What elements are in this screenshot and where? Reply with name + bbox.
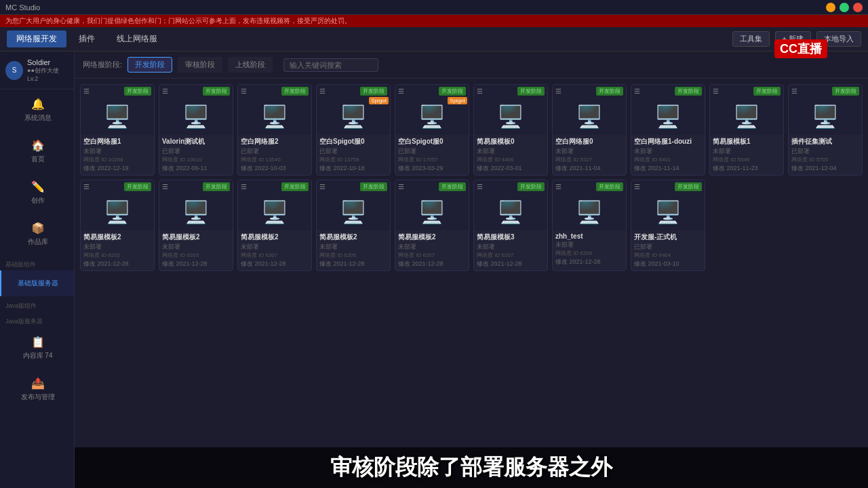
card-header: ☰ 开发阶段	[81, 180, 154, 193]
card-menu-icon: ☰	[634, 87, 640, 95]
card-header: ☰ 开发阶段	[395, 180, 469, 193]
search-input[interactable]	[283, 58, 378, 72]
sidebar-item-notifications[interactable]: 🔔 系统消息	[0, 89, 74, 131]
card-image: 🖥️	[238, 98, 311, 135]
server-card[interactable]: ☰ 开发阶段 🖥️ Spigot 空白Spigot服0 已部署 网络度 ID 1…	[395, 84, 469, 176]
tab-network-dev[interactable]: 网络服开发	[7, 30, 66, 47]
phase-review[interactable]: 审核阶段	[178, 57, 222, 73]
card-status: 已部署	[398, 147, 466, 156]
card-badge: 开发阶段	[517, 182, 545, 191]
card-status: 未部署	[162, 243, 230, 251]
maximize-button[interactable]	[840, 3, 849, 12]
phase-bar: 网络服阶段: 开发阶段 审核阶段 上线阶段	[75, 52, 868, 79]
card-body: 简易服模板2 未部署 网络度 ID 6203 修改 2021-12-28	[159, 230, 233, 270]
card-modified: 修改 2022-06-11	[162, 164, 230, 173]
card-status: 已部署	[791, 147, 859, 156]
close-button[interactable]	[853, 3, 863, 12]
tab-online-servers[interactable]: 线上网络服	[107, 30, 167, 47]
sidebar-item-basic-servers[interactable]: 基础版服务器	[0, 270, 74, 296]
card-header: ☰ 开发阶段	[81, 85, 154, 98]
phase-online[interactable]: 上线阶段	[228, 57, 273, 73]
server-icon: 🖥️	[418, 199, 446, 225]
tools-button[interactable]: 工具集	[732, 31, 770, 47]
server-card[interactable]: ☰ 开发阶段 🖥️ 空白网络服2 已部署 网络度 ID 13540 修改 202…	[237, 84, 312, 176]
card-menu-icon: ☰	[555, 183, 561, 190]
card-menu-icon: ☰	[398, 183, 404, 190]
card-body: 空白Spigot服0 已部署 网络度 ID 17057 修改 2023-03-2…	[395, 135, 469, 175]
card-body: 空白Spigot服0 已部署 网络度 ID 13758 修改 2022-10-1…	[317, 135, 390, 175]
card-header: ☰ 开发阶段	[474, 85, 547, 98]
card-header: ☰ 开发阶段	[553, 180, 626, 193]
sidebar-item-label: 作品库	[28, 237, 48, 247]
server-card[interactable]: ☰ 开发阶段 🖥️ 空白网络服1 未部署 网络度 ID 10266 修改 202…	[80, 84, 155, 176]
card-status: 未部署	[83, 147, 151, 156]
sidebar-item-create[interactable]: ✏️ 创作	[0, 172, 74, 214]
card-name: 空白网络服2	[241, 137, 309, 146]
card-status: 已部署	[162, 147, 230, 156]
window-controls	[826, 3, 863, 12]
tab-plugins[interactable]: 插件	[69, 30, 104, 47]
card-image: 🖥️	[474, 193, 547, 230]
server-icon: 🖥️	[812, 104, 839, 129]
card-modified: 修改 2021-12-28	[555, 258, 623, 266]
content-icon: 📋	[31, 336, 45, 348]
server-icon: 🖥️	[576, 199, 603, 225]
card-status: 未部署	[634, 147, 702, 156]
card-image: 🖥️	[553, 98, 626, 135]
publish-icon: 📤	[31, 377, 45, 390]
sidebar-item-works[interactable]: 📦 作品库	[0, 214, 74, 255]
card-modified: 修改 2022-10-18	[319, 164, 387, 173]
card-body: 简易服模板3 未部署 网络度 ID 6207 修改 2021-12-28	[474, 230, 547, 270]
card-id: 网络度 ID 10266	[83, 156, 151, 163]
notification-icon: 🔔	[31, 98, 45, 110]
sidebar-item-home[interactable]: 🏠 首页	[0, 131, 74, 172]
card-modified: 修改 2021-12-28	[162, 260, 230, 268]
server-card[interactable]: ☰ 开发阶段 🖥️ 空白网络服0 未部署 网络度 ID 5327 修改 2021…	[552, 84, 627, 176]
sidebar-item-label: 创作	[31, 196, 45, 205]
server-card[interactable]: ☰ 开发阶段 🖥️ 简易服模板2 未部署 网络度 ID 6202 修改 2021…	[80, 180, 155, 271]
card-menu-icon: ☰	[477, 87, 483, 95]
card-badge: 开发阶段	[281, 87, 309, 96]
card-id: 网络度 ID 10810	[162, 156, 230, 163]
server-icon: 🖥️	[576, 104, 603, 129]
cc-logo-badge: CC直播	[774, 39, 827, 58]
card-body: zhh_test 未部署 网络度 ID 6208 修改 2021-12-28	[553, 230, 626, 268]
card-name: 简易服模板2	[241, 232, 309, 242]
card-image: 🖥️	[159, 193, 233, 230]
server-card[interactable]: ☰ 开发阶段 🖥️ 开发服-正式机 已部署 网络度 ID 6404 修改 202…	[631, 180, 705, 271]
phase-dev[interactable]: 开发阶段	[127, 57, 172, 73]
server-card[interactable]: ☰ 开发阶段 🖥️ 简易服模板1 未部署 网络度 ID 5549 修改 2021…	[709, 84, 784, 176]
alert-bar: 为您广大用户的身心健康，我们门提倡绿色创作和门；门网站公示可参考上面，发布违规视…	[0, 15, 868, 27]
card-modified: 修改 2021-11-14	[634, 164, 702, 173]
card-body: 简易服模板0 未部署 网络度 ID 4406 修改 2022-03-01	[474, 135, 547, 175]
card-modified: 修改 2021-12-04	[791, 164, 859, 173]
card-badge: 开发阶段	[203, 182, 230, 191]
card-badge: 开发阶段	[832, 87, 859, 96]
server-card[interactable]: ☰ 开发阶段 🖥️ Valorin测试机 已部署 网络度 ID 10810 修改…	[159, 84, 233, 176]
card-image: 🖥️	[553, 193, 626, 230]
card-status: 已部署	[319, 147, 387, 156]
server-card[interactable]: ☰ 开发阶段 🖥️ 简易服模板3 未部署 网络度 ID 6207 修改 2021…	[473, 180, 548, 271]
server-card[interactable]: ☰ 开发阶段 🖥️ zhh_test 未部署 网络度 ID 6208 修改 20…	[552, 180, 627, 271]
alert-text: 为您广大用户的身心健康，我们门提倡绿色创作和门；门网站公示可参考上面，发布违规视…	[5, 16, 351, 26]
server-card[interactable]: ☰ 开发阶段 🖥️ 简易服模板2 未部署 网络度 ID 6207 修改 2021…	[395, 180, 469, 271]
card-image: 🖥️	[159, 98, 233, 135]
card-name: 简易服模板2	[83, 232, 151, 242]
server-card[interactable]: ☰ 开发阶段 🖥️ 简易服模板2 未部署 网络度 ID 6203 修改 2021…	[159, 180, 233, 271]
card-id: 网络度 ID 13758	[319, 156, 387, 163]
subtitle-text: 审核阶段除了部署服务器之外	[330, 455, 612, 479]
server-card[interactable]: ☰ 开发阶段 🖥️ 插件征集测试 已部署 网络度 ID 5705 修改 2021…	[788, 84, 863, 176]
server-card[interactable]: ☰ 开发阶段 🖥️ 简易服模板2 未部署 网络度 ID 6207 修改 2021…	[237, 180, 312, 271]
server-card[interactable]: ☰ 开发阶段 🖥️ Spigot 空白Spigot服0 已部署 网络度 ID 1…	[316, 84, 391, 176]
server-card[interactable]: ☰ 开发阶段 🖥️ 简易服模板0 未部署 网络度 ID 4406 修改 2022…	[473, 84, 548, 176]
minimize-button[interactable]	[826, 3, 835, 12]
card-id: 网络度 ID 5401	[634, 156, 702, 163]
card-menu-icon: ☰	[477, 183, 483, 190]
sidebar-item-content[interactable]: 📋 内容库 74	[0, 327, 74, 369]
server-card[interactable]: ☰ 开发阶段 🖥️ 空白网络服1-douzi 未部署 网络度 ID 5401 修…	[631, 84, 705, 176]
card-status: 未部署	[398, 243, 466, 251]
card-id: 网络度 ID 17057	[398, 156, 466, 163]
sidebar-item-publish[interactable]: 📤 发布与管理	[0, 369, 74, 410]
card-body: 空白网络服1-douzi 未部署 网络度 ID 5401 修改 2021-11-…	[631, 135, 705, 175]
server-card[interactable]: ☰ 开发阶段 🖥️ 简易服模板2 未部署 网络度 ID 6205 修改 2021…	[316, 180, 391, 271]
